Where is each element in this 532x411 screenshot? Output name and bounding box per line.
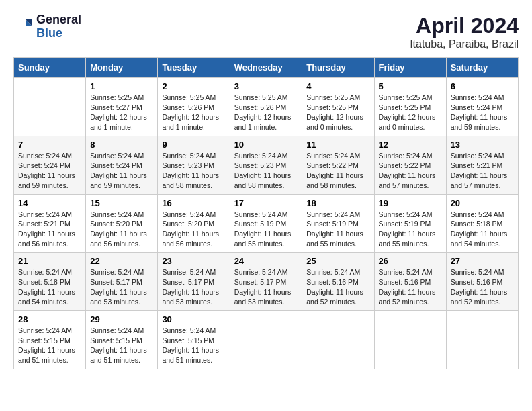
calendar-cell: 9Sunrise: 5:24 AMSunset: 5:23 PMDaylight… — [158, 136, 230, 194]
week-row-2: 7Sunrise: 5:24 AMSunset: 5:24 PMDaylight… — [14, 136, 519, 194]
day-info: Sunrise: 5:25 AMSunset: 5:25 PMDaylight:… — [379, 93, 442, 132]
day-number: 25 — [306, 256, 369, 266]
day-number: 22 — [90, 256, 153, 266]
logo-text: General Blue — [36, 13, 81, 40]
day-number: 2 — [162, 81, 225, 91]
day-info: Sunrise: 5:24 AMSunset: 5:24 PMDaylight:… — [90, 151, 153, 191]
day-number: 3 — [234, 81, 298, 91]
day-info: Sunrise: 5:24 AMSunset: 5:18 PMDaylight:… — [451, 210, 514, 249]
day-number: 26 — [379, 256, 442, 266]
day-info: Sunrise: 5:25 AMSunset: 5:26 PMDaylight:… — [234, 93, 298, 132]
day-number: 15 — [90, 198, 153, 208]
day-info: Sunrise: 5:24 AMSunset: 5:22 PMDaylight:… — [379, 151, 442, 191]
day-number: 4 — [306, 81, 369, 91]
day-info: Sunrise: 5:24 AMSunset: 5:15 PMDaylight:… — [162, 326, 225, 365]
header-cell-thursday: Thursday — [302, 58, 374, 78]
day-number: 19 — [379, 198, 442, 208]
day-info: Sunrise: 5:24 AMSunset: 5:17 PMDaylight:… — [234, 267, 298, 307]
day-number: 24 — [234, 256, 298, 266]
day-info: Sunrise: 5:24 AMSunset: 5:21 PMDaylight:… — [451, 151, 514, 191]
week-row-5: 28Sunrise: 5:24 AMSunset: 5:15 PMDayligh… — [14, 311, 519, 369]
header-cell-wednesday: Wednesday — [230, 58, 302, 78]
day-info: Sunrise: 5:24 AMSunset: 5:24 PMDaylight:… — [18, 151, 81, 191]
page-header: General Blue April 2024 Itatuba, Paraiba… — [13, 13, 519, 50]
day-info: Sunrise: 5:25 AMSunset: 5:25 PMDaylight:… — [306, 93, 369, 132]
day-info: Sunrise: 5:24 AMSunset: 5:22 PMDaylight:… — [306, 151, 369, 191]
location: Itatuba, Paraiba, Brazil — [410, 38, 519, 50]
day-info: Sunrise: 5:24 AMSunset: 5:23 PMDaylight:… — [162, 151, 225, 191]
day-number: 11 — [306, 140, 369, 150]
calendar-cell — [14, 78, 86, 136]
day-number: 1 — [90, 81, 153, 91]
day-info: Sunrise: 5:24 AMSunset: 5:19 PMDaylight:… — [234, 210, 298, 249]
day-number: 27 — [451, 256, 514, 266]
calendar-cell: 5Sunrise: 5:25 AMSunset: 5:25 PMDaylight… — [374, 78, 446, 136]
day-number: 10 — [234, 140, 298, 150]
calendar-cell: 30Sunrise: 5:24 AMSunset: 5:15 PMDayligh… — [158, 311, 230, 369]
day-number: 14 — [18, 198, 81, 208]
day-number: 13 — [451, 140, 514, 150]
calendar-cell: 25Sunrise: 5:24 AMSunset: 5:16 PMDayligh… — [302, 253, 374, 311]
header-cell-monday: Monday — [86, 58, 158, 78]
calendar-table: SundayMondayTuesdayWednesdayThursdayFrid… — [13, 57, 519, 369]
calendar-cell — [230, 311, 302, 369]
calendar-header: SundayMondayTuesdayWednesdayThursdayFrid… — [14, 58, 519, 78]
day-info: Sunrise: 5:24 AMSunset: 5:16 PMDaylight:… — [451, 267, 514, 307]
calendar-cell: 15Sunrise: 5:24 AMSunset: 5:20 PMDayligh… — [86, 194, 158, 253]
week-row-4: 21Sunrise: 5:24 AMSunset: 5:18 PMDayligh… — [14, 253, 519, 311]
day-number: 6 — [451, 81, 514, 91]
logo: General Blue — [13, 13, 81, 40]
logo-general: General — [36, 13, 81, 26]
calendar-cell: 20Sunrise: 5:24 AMSunset: 5:18 PMDayligh… — [446, 194, 518, 253]
day-info: Sunrise: 5:24 AMSunset: 5:17 PMDaylight:… — [90, 267, 153, 307]
calendar-cell: 29Sunrise: 5:24 AMSunset: 5:15 PMDayligh… — [86, 311, 158, 369]
calendar-cell: 22Sunrise: 5:24 AMSunset: 5:17 PMDayligh… — [86, 253, 158, 311]
week-row-3: 14Sunrise: 5:24 AMSunset: 5:21 PMDayligh… — [14, 194, 519, 253]
calendar-cell: 11Sunrise: 5:24 AMSunset: 5:22 PMDayligh… — [302, 136, 374, 194]
header-row: SundayMondayTuesdayWednesdayThursdayFrid… — [14, 58, 519, 78]
day-number: 28 — [18, 314, 81, 324]
day-number: 20 — [451, 198, 514, 208]
calendar-cell: 14Sunrise: 5:24 AMSunset: 5:21 PMDayligh… — [14, 194, 86, 253]
calendar-cell: 21Sunrise: 5:24 AMSunset: 5:18 PMDayligh… — [14, 253, 86, 311]
calendar-cell: 4Sunrise: 5:25 AMSunset: 5:25 PMDaylight… — [302, 78, 374, 136]
header-cell-saturday: Saturday — [446, 58, 518, 78]
day-number: 8 — [90, 140, 153, 150]
day-info: Sunrise: 5:24 AMSunset: 5:15 PMDaylight:… — [90, 326, 153, 365]
calendar-cell: 7Sunrise: 5:24 AMSunset: 5:24 PMDaylight… — [14, 136, 86, 194]
day-number: 5 — [379, 81, 442, 91]
calendar-cell: 16Sunrise: 5:24 AMSunset: 5:20 PMDayligh… — [158, 194, 230, 253]
day-info: Sunrise: 5:24 AMSunset: 5:23 PMDaylight:… — [234, 151, 298, 191]
calendar-cell: 17Sunrise: 5:24 AMSunset: 5:19 PMDayligh… — [230, 194, 302, 253]
month-title: April 2024 — [410, 13, 519, 38]
day-number: 17 — [234, 198, 298, 208]
day-info: Sunrise: 5:24 AMSunset: 5:17 PMDaylight:… — [162, 267, 225, 307]
calendar-cell — [374, 311, 446, 369]
day-number: 30 — [162, 314, 225, 324]
day-number: 23 — [162, 256, 225, 266]
logo-icon — [13, 17, 34, 37]
week-row-1: 1Sunrise: 5:25 AMSunset: 5:27 PMDaylight… — [14, 78, 519, 136]
day-number: 7 — [18, 140, 81, 150]
day-info: Sunrise: 5:25 AMSunset: 5:27 PMDaylight:… — [90, 93, 153, 132]
day-info: Sunrise: 5:24 AMSunset: 5:21 PMDaylight:… — [18, 210, 81, 249]
day-number: 29 — [90, 314, 153, 324]
calendar-cell: 2Sunrise: 5:25 AMSunset: 5:26 PMDaylight… — [158, 78, 230, 136]
calendar-cell: 18Sunrise: 5:24 AMSunset: 5:19 PMDayligh… — [302, 194, 374, 253]
calendar-cell: 23Sunrise: 5:24 AMSunset: 5:17 PMDayligh… — [158, 253, 230, 311]
day-info: Sunrise: 5:24 AMSunset: 5:16 PMDaylight:… — [379, 267, 442, 307]
day-number: 12 — [379, 140, 442, 150]
calendar-cell: 24Sunrise: 5:24 AMSunset: 5:17 PMDayligh… — [230, 253, 302, 311]
calendar-cell: 6Sunrise: 5:24 AMSunset: 5:24 PMDaylight… — [446, 78, 518, 136]
day-info: Sunrise: 5:24 AMSunset: 5:19 PMDaylight:… — [306, 210, 369, 249]
calendar-body: 1Sunrise: 5:25 AMSunset: 5:27 PMDaylight… — [14, 78, 519, 369]
logo-blue: Blue — [36, 26, 62, 40]
calendar-cell: 10Sunrise: 5:24 AMSunset: 5:23 PMDayligh… — [230, 136, 302, 194]
calendar-cell: 1Sunrise: 5:25 AMSunset: 5:27 PMDaylight… — [86, 78, 158, 136]
calendar-cell: 8Sunrise: 5:24 AMSunset: 5:24 PMDaylight… — [86, 136, 158, 194]
calendar-cell: 27Sunrise: 5:24 AMSunset: 5:16 PMDayligh… — [446, 253, 518, 311]
day-info: Sunrise: 5:24 AMSunset: 5:20 PMDaylight:… — [162, 210, 225, 249]
header-cell-tuesday: Tuesday — [158, 58, 230, 78]
day-info: Sunrise: 5:24 AMSunset: 5:15 PMDaylight:… — [18, 326, 81, 365]
calendar-cell: 19Sunrise: 5:24 AMSunset: 5:19 PMDayligh… — [374, 194, 446, 253]
